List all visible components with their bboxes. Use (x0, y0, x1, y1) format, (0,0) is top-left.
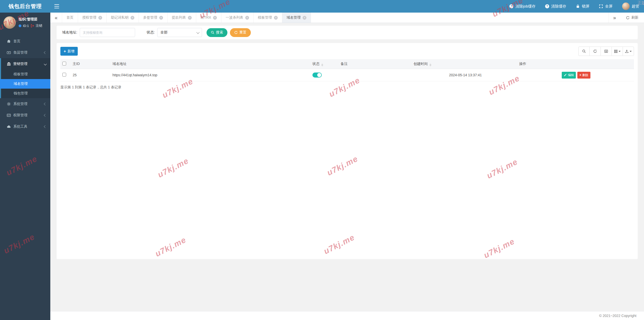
table-tools (578, 47, 634, 56)
column-header[interactable]: 创建时间 (413, 59, 518, 69)
sidebar-item-label: 模板管理 (14, 72, 28, 77)
table-card: 新增 (57, 43, 638, 259)
tabs: 首页授权管理助记词私钥多签管理提款列表转TRX一波杀列表模板管理域名管理 (62, 13, 311, 23)
domain-filter-input[interactable] (80, 28, 135, 37)
bill-icon (7, 51, 11, 55)
submenu-marketing-management: 模板管理域名管理钱包管理 (1, 69, 50, 98)
sidebar-item-marketing-management[interactable]: 营销管理 (1, 58, 50, 69)
plus-icon (64, 49, 66, 53)
column-header-label: 创建时间 (414, 62, 428, 66)
tab-3[interactable]: 助记词私钥 (107, 13, 139, 23)
tab-1[interactable]: 首页 (62, 13, 78, 23)
tab-label: 多签管理 (143, 15, 157, 20)
fullscreen-button[interactable]: 全屏 (594, 0, 617, 13)
gear-icon (7, 102, 11, 106)
table-detail-view-button[interactable] (600, 47, 612, 56)
status-toggle[interactable] (312, 73, 322, 78)
tab-9[interactable]: 域名管理 (282, 13, 311, 23)
table-columns-button[interactable] (612, 47, 623, 56)
idcard-icon (7, 113, 11, 117)
close-icon[interactable] (188, 16, 192, 20)
sidebar-item-label: 系统工具 (13, 124, 27, 129)
close-icon[interactable] (131, 16, 134, 20)
list-icon (604, 49, 608, 53)
tab-7[interactable]: 一波杀列表 (221, 13, 254, 23)
clear-cache-button[interactable]: 清除缓存 (540, 0, 571, 13)
sidebar-item-label: 域名管理 (14, 82, 28, 86)
angle-double-right-icon (613, 15, 616, 21)
lock-screen-button[interactable]: 锁屏 (571, 0, 594, 13)
hamburger-icon (54, 4, 59, 5)
close-icon[interactable] (98, 16, 102, 20)
cell-id: 25 (72, 69, 111, 81)
sidebar-item-label: 鱼苗管理 (13, 50, 27, 55)
close-icon[interactable] (213, 16, 217, 20)
row-checkbox[interactable] (62, 73, 66, 77)
pencil-icon (564, 74, 567, 77)
sort-icon[interactable] (321, 64, 323, 66)
add-button[interactable]: 新增 (60, 47, 78, 56)
sidebar-item-template-management[interactable]: 模板管理 (1, 69, 50, 79)
edit-button[interactable]: 编辑 (562, 72, 576, 79)
tab-5[interactable]: 提款列表 (168, 13, 196, 23)
top-header: 钱包后台管理 清除job缓存清除缓存锁屏全屏超管 (0, 0, 644, 13)
sort-icon[interactable] (429, 64, 431, 66)
search-icon (211, 31, 214, 34)
tabs-scroll-left-button[interactable] (50, 13, 62, 23)
admin-user-button[interactable]: 超管 (617, 0, 644, 13)
app-title: 钱包后台管理 (0, 0, 50, 13)
copyright: © 2021~2022 Copyright (599, 314, 636, 318)
search-button[interactable]: 搜索 (207, 28, 227, 37)
caret-down-icon (630, 51, 632, 52)
topbar-item-label: 清除缓存 (551, 4, 566, 9)
sidebar-item-fish-management[interactable]: 鱼苗管理 (0, 47, 50, 58)
column-header[interactable]: 状态 (311, 59, 340, 69)
sidebar-item-system-management[interactable]: 系统管理 (0, 98, 50, 110)
status-filter-select[interactable]: 全部 (157, 28, 202, 37)
filter-panel: 域名地址: 状态: 全部 搜索 重置 (57, 26, 638, 39)
clear-job-cache-button[interactable]: 清除job缓存 (505, 0, 540, 13)
tab-2[interactable]: 授权管理 (78, 13, 107, 23)
close-icon[interactable] (274, 16, 278, 20)
sidebar-item-home[interactable]: 首页 (0, 35, 50, 47)
select-all-checkbox[interactable] (62, 62, 66, 65)
data-table: 主ID域名地址状态备注创建时间操作 25https://441qt.haiwai… (60, 59, 634, 81)
sidebar-item-domain-management[interactable]: 域名管理 (0, 79, 50, 89)
tab-label: 助记词私钥 (111, 15, 129, 20)
sidebar-item-system-tools[interactable]: 系统工具 (0, 121, 50, 132)
close-icon[interactable] (245, 16, 249, 20)
refresh-tab-button[interactable]: 刷新 (620, 13, 644, 23)
column-header-label: 域名地址 (112, 62, 127, 66)
domain-filter-label: 域名地址: (62, 30, 77, 35)
delete-button[interactable]: 删除 (577, 72, 590, 79)
sidebar-toggle-button[interactable] (50, 0, 63, 13)
tab-6[interactable]: 转TRX (196, 13, 221, 23)
tabs-scroll-right-button[interactable] (609, 13, 620, 23)
sidebar-item-wallet-management[interactable]: 钱包管理 (1, 89, 50, 98)
download-icon (625, 49, 629, 53)
table-search-button[interactable] (578, 47, 590, 56)
chevron-left-icon (44, 114, 47, 117)
cell-created: 2024-05-14 13:37:41 (413, 69, 518, 81)
tab-4[interactable]: 多签管理 (139, 13, 168, 23)
tab-8[interactable]: 模板管理 (254, 13, 282, 23)
tab-label: 模板管理 (258, 15, 272, 20)
column-header-label: 主ID (73, 62, 80, 66)
user-id: ID:1 (23, 24, 29, 28)
tab-label: 授权管理 (82, 15, 96, 20)
chevron-left-icon (44, 125, 47, 128)
table-export-button[interactable] (623, 47, 634, 56)
reset-button[interactable]: 重置 (230, 28, 251, 37)
logout-link[interactable]: 注销 (36, 23, 42, 28)
close-icon[interactable] (159, 16, 163, 20)
sidebar-menu: 首页鱼苗管理营销管理模板管理域名管理钱包管理系统管理权限管理系统工具 (0, 35, 50, 132)
search-icon (582, 49, 586, 53)
table-refresh-button[interactable] (589, 47, 601, 56)
sidebar-item-permission-management[interactable]: 权限管理 (0, 110, 50, 121)
page-content: 域名地址: 状态: 全部 搜索 重置 (50, 23, 644, 311)
column-header-label: 状态 (312, 62, 319, 66)
tab-label: 提款列表 (172, 15, 186, 20)
tab-label: 域名管理 (287, 15, 301, 20)
topbar-item-label: 清除job缓存 (515, 4, 536, 9)
close-icon[interactable] (303, 16, 306, 20)
